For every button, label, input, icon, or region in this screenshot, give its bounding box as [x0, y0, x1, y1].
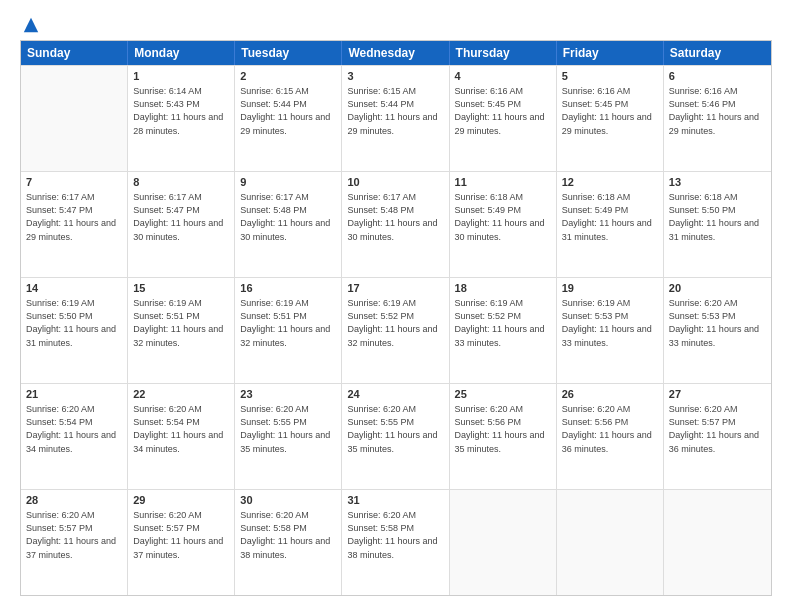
day-number: 24 — [347, 387, 443, 402]
cell-info: Sunrise: 6:14 AM Sunset: 5:43 PM Dayligh… — [133, 85, 229, 137]
day-number: 10 — [347, 175, 443, 190]
logo — [20, 16, 40, 30]
cal-cell: 15Sunrise: 6:19 AM Sunset: 5:51 PM Dayli… — [128, 278, 235, 383]
cal-week-2: 7Sunrise: 6:17 AM Sunset: 5:47 PM Daylig… — [21, 171, 771, 277]
day-number: 7 — [26, 175, 122, 190]
cell-info: Sunrise: 6:20 AM Sunset: 5:58 PM Dayligh… — [347, 509, 443, 561]
cal-cell: 7Sunrise: 6:17 AM Sunset: 5:47 PM Daylig… — [21, 172, 128, 277]
day-number: 22 — [133, 387, 229, 402]
cal-cell: 14Sunrise: 6:19 AM Sunset: 5:50 PM Dayli… — [21, 278, 128, 383]
cell-info: Sunrise: 6:20 AM Sunset: 5:57 PM Dayligh… — [133, 509, 229, 561]
cell-info: Sunrise: 6:17 AM Sunset: 5:47 PM Dayligh… — [133, 191, 229, 243]
cal-cell — [557, 490, 664, 595]
cal-cell: 21Sunrise: 6:20 AM Sunset: 5:54 PM Dayli… — [21, 384, 128, 489]
cell-info: Sunrise: 6:17 AM Sunset: 5:48 PM Dayligh… — [347, 191, 443, 243]
cal-cell: 23Sunrise: 6:20 AM Sunset: 5:55 PM Dayli… — [235, 384, 342, 489]
cell-info: Sunrise: 6:20 AM Sunset: 5:55 PM Dayligh… — [347, 403, 443, 455]
day-number: 15 — [133, 281, 229, 296]
day-number: 3 — [347, 69, 443, 84]
cell-info: Sunrise: 6:18 AM Sunset: 5:49 PM Dayligh… — [455, 191, 551, 243]
cell-info: Sunrise: 6:19 AM Sunset: 5:51 PM Dayligh… — [133, 297, 229, 349]
cell-info: Sunrise: 6:20 AM Sunset: 5:56 PM Dayligh… — [562, 403, 658, 455]
cal-cell — [21, 66, 128, 171]
day-number: 1 — [133, 69, 229, 84]
day-number: 13 — [669, 175, 766, 190]
cell-info: Sunrise: 6:20 AM Sunset: 5:54 PM Dayligh… — [133, 403, 229, 455]
cal-cell: 22Sunrise: 6:20 AM Sunset: 5:54 PM Dayli… — [128, 384, 235, 489]
cell-info: Sunrise: 6:18 AM Sunset: 5:50 PM Dayligh… — [669, 191, 766, 243]
cal-cell: 25Sunrise: 6:20 AM Sunset: 5:56 PM Dayli… — [450, 384, 557, 489]
header-day-sunday: Sunday — [21, 41, 128, 65]
calendar-header: SundayMondayTuesdayWednesdayThursdayFrid… — [21, 41, 771, 65]
day-number: 6 — [669, 69, 766, 84]
cell-info: Sunrise: 6:20 AM Sunset: 5:54 PM Dayligh… — [26, 403, 122, 455]
cal-cell: 1Sunrise: 6:14 AM Sunset: 5:43 PM Daylig… — [128, 66, 235, 171]
day-number: 8 — [133, 175, 229, 190]
day-number: 30 — [240, 493, 336, 508]
cal-week-3: 14Sunrise: 6:19 AM Sunset: 5:50 PM Dayli… — [21, 277, 771, 383]
page: SundayMondayTuesdayWednesdayThursdayFrid… — [0, 0, 792, 612]
day-number: 5 — [562, 69, 658, 84]
cell-info: Sunrise: 6:20 AM Sunset: 5:55 PM Dayligh… — [240, 403, 336, 455]
calendar-body: 1Sunrise: 6:14 AM Sunset: 5:43 PM Daylig… — [21, 65, 771, 595]
cell-info: Sunrise: 6:20 AM Sunset: 5:56 PM Dayligh… — [455, 403, 551, 455]
cal-cell: 20Sunrise: 6:20 AM Sunset: 5:53 PM Dayli… — [664, 278, 771, 383]
cal-cell: 29Sunrise: 6:20 AM Sunset: 5:57 PM Dayli… — [128, 490, 235, 595]
day-number: 4 — [455, 69, 551, 84]
cell-info: Sunrise: 6:17 AM Sunset: 5:47 PM Dayligh… — [26, 191, 122, 243]
cal-cell: 2Sunrise: 6:15 AM Sunset: 5:44 PM Daylig… — [235, 66, 342, 171]
day-number: 19 — [562, 281, 658, 296]
day-number: 21 — [26, 387, 122, 402]
cal-cell: 26Sunrise: 6:20 AM Sunset: 5:56 PM Dayli… — [557, 384, 664, 489]
cell-info: Sunrise: 6:15 AM Sunset: 5:44 PM Dayligh… — [240, 85, 336, 137]
cal-cell: 5Sunrise: 6:16 AM Sunset: 5:45 PM Daylig… — [557, 66, 664, 171]
cal-cell — [450, 490, 557, 595]
cell-info: Sunrise: 6:19 AM Sunset: 5:52 PM Dayligh… — [455, 297, 551, 349]
cell-info: Sunrise: 6:17 AM Sunset: 5:48 PM Dayligh… — [240, 191, 336, 243]
cal-week-1: 1Sunrise: 6:14 AM Sunset: 5:43 PM Daylig… — [21, 65, 771, 171]
cal-cell: 31Sunrise: 6:20 AM Sunset: 5:58 PM Dayli… — [342, 490, 449, 595]
day-number: 18 — [455, 281, 551, 296]
cell-info: Sunrise: 6:18 AM Sunset: 5:49 PM Dayligh… — [562, 191, 658, 243]
header-day-friday: Friday — [557, 41, 664, 65]
cell-info: Sunrise: 6:16 AM Sunset: 5:45 PM Dayligh… — [562, 85, 658, 137]
day-number: 11 — [455, 175, 551, 190]
cell-info: Sunrise: 6:19 AM Sunset: 5:50 PM Dayligh… — [26, 297, 122, 349]
cal-cell — [664, 490, 771, 595]
day-number: 20 — [669, 281, 766, 296]
cell-info: Sunrise: 6:19 AM Sunset: 5:53 PM Dayligh… — [562, 297, 658, 349]
cal-cell: 17Sunrise: 6:19 AM Sunset: 5:52 PM Dayli… — [342, 278, 449, 383]
cal-cell: 24Sunrise: 6:20 AM Sunset: 5:55 PM Dayli… — [342, 384, 449, 489]
cal-week-5: 28Sunrise: 6:20 AM Sunset: 5:57 PM Dayli… — [21, 489, 771, 595]
cal-cell: 4Sunrise: 6:16 AM Sunset: 5:45 PM Daylig… — [450, 66, 557, 171]
cal-cell: 10Sunrise: 6:17 AM Sunset: 5:48 PM Dayli… — [342, 172, 449, 277]
day-number: 2 — [240, 69, 336, 84]
day-number: 14 — [26, 281, 122, 296]
cal-cell: 13Sunrise: 6:18 AM Sunset: 5:50 PM Dayli… — [664, 172, 771, 277]
day-number: 12 — [562, 175, 658, 190]
day-number: 29 — [133, 493, 229, 508]
cal-cell: 19Sunrise: 6:19 AM Sunset: 5:53 PM Dayli… — [557, 278, 664, 383]
header-day-thursday: Thursday — [450, 41, 557, 65]
cell-info: Sunrise: 6:19 AM Sunset: 5:51 PM Dayligh… — [240, 297, 336, 349]
logo-icon — [22, 16, 40, 34]
day-number: 28 — [26, 493, 122, 508]
cell-info: Sunrise: 6:19 AM Sunset: 5:52 PM Dayligh… — [347, 297, 443, 349]
cell-info: Sunrise: 6:20 AM Sunset: 5:57 PM Dayligh… — [669, 403, 766, 455]
cell-info: Sunrise: 6:16 AM Sunset: 5:46 PM Dayligh… — [669, 85, 766, 137]
cal-cell: 27Sunrise: 6:20 AM Sunset: 5:57 PM Dayli… — [664, 384, 771, 489]
day-number: 16 — [240, 281, 336, 296]
header-day-saturday: Saturday — [664, 41, 771, 65]
cal-cell: 11Sunrise: 6:18 AM Sunset: 5:49 PM Dayli… — [450, 172, 557, 277]
calendar: SundayMondayTuesdayWednesdayThursdayFrid… — [20, 40, 772, 596]
cal-cell: 8Sunrise: 6:17 AM Sunset: 5:47 PM Daylig… — [128, 172, 235, 277]
header-day-monday: Monday — [128, 41, 235, 65]
cal-cell: 9Sunrise: 6:17 AM Sunset: 5:48 PM Daylig… — [235, 172, 342, 277]
cell-info: Sunrise: 6:20 AM Sunset: 5:58 PM Dayligh… — [240, 509, 336, 561]
day-number: 26 — [562, 387, 658, 402]
cal-cell: 18Sunrise: 6:19 AM Sunset: 5:52 PM Dayli… — [450, 278, 557, 383]
header-day-tuesday: Tuesday — [235, 41, 342, 65]
cal-cell: 28Sunrise: 6:20 AM Sunset: 5:57 PM Dayli… — [21, 490, 128, 595]
cal-cell: 12Sunrise: 6:18 AM Sunset: 5:49 PM Dayli… — [557, 172, 664, 277]
cal-cell: 16Sunrise: 6:19 AM Sunset: 5:51 PM Dayli… — [235, 278, 342, 383]
